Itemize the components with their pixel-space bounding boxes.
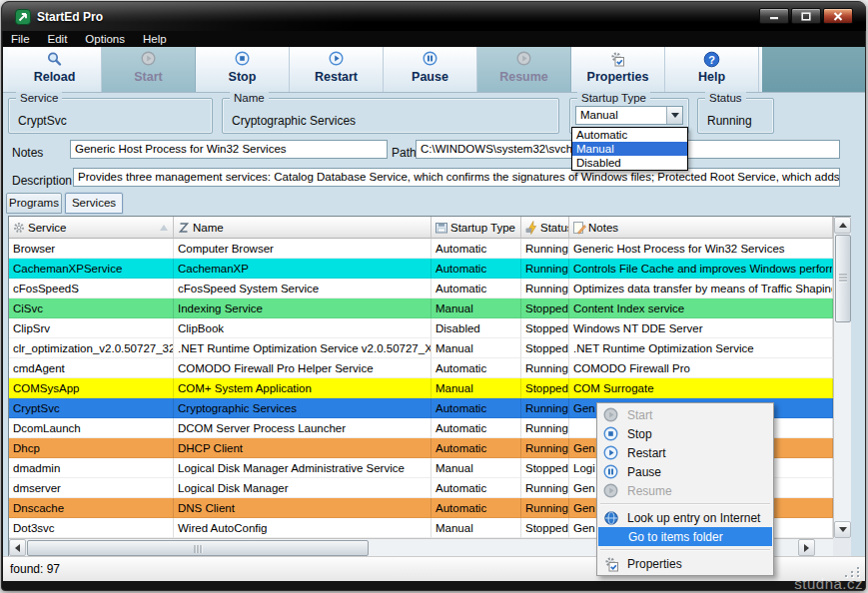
menubar: FileEditOptionsHelp xyxy=(3,31,865,47)
context-menu-item-look-up-entry-on-internet[interactable]: Look up entry on Internet xyxy=(597,508,773,527)
cell-status: Stopped xyxy=(521,298,569,318)
status-value: Running xyxy=(707,114,752,128)
toolbar-button-restart[interactable]: Restart xyxy=(290,47,384,92)
context-menu-item-resume: Resume xyxy=(597,481,773,500)
toolbar-button-label: Reload xyxy=(8,70,101,84)
cell-notes: Generic Host Process for Win32 Services xyxy=(569,239,833,259)
cell-service: Browser xyxy=(9,239,174,259)
table-row-cfosspeeds[interactable]: cFosSpeedScFosSpeed System ServiceAutoma… xyxy=(9,279,833,298)
context-menu-item-stop[interactable]: Stop xyxy=(597,424,773,443)
context-menu-item-go-to-items-folder[interactable]: Go to items folder xyxy=(598,527,772,546)
menu-file[interactable]: File xyxy=(3,31,39,47)
description-field[interactable]: Provides three management services: Cata… xyxy=(73,168,840,187)
context-menu-item-start: Start xyxy=(597,405,773,424)
close-button[interactable] xyxy=(823,8,853,24)
startup-type-combobox[interactable]: Manual xyxy=(575,106,683,125)
context-menu-item-label: Go to items folder xyxy=(628,530,723,544)
maximize-button[interactable] xyxy=(791,8,821,24)
reload-icon xyxy=(46,51,63,68)
cell-status: Running xyxy=(521,239,569,259)
context-menu-item-label: Start xyxy=(627,408,652,422)
column-header-label: Name xyxy=(193,222,224,234)
arrow-right-icon xyxy=(804,544,809,552)
cell-status: Running xyxy=(521,259,569,279)
minimize-button[interactable] xyxy=(759,8,789,24)
toolbar-button-start: Start xyxy=(102,47,196,92)
tab-programs[interactable]: Programs xyxy=(6,193,62,214)
scroll-up-button[interactable] xyxy=(834,217,851,234)
scroll-right-button[interactable] xyxy=(798,539,815,556)
column-header-service[interactable]: Service xyxy=(9,217,174,239)
cell-startup-type: Automatic xyxy=(432,358,521,378)
cell-service: Dnscache xyxy=(9,498,174,518)
name-groupbox: Name Cryptographic Services xyxy=(222,98,559,134)
toolbar-button-help[interactable]: ? Help xyxy=(665,47,759,92)
arrow-up-icon xyxy=(839,223,847,228)
cell-name: DHCP Client xyxy=(174,438,432,458)
notes-field[interactable]: Generic Host Process for Win32 Services xyxy=(70,140,388,159)
cell-notes: COM Surrogate xyxy=(569,378,833,398)
sort-ascending-icon xyxy=(160,225,168,231)
scroll-left-button[interactable] xyxy=(9,539,26,556)
column-header-label: Status xyxy=(540,222,569,234)
table-row-clr-optimization-v2-0-50727-32[interactable]: clr_optimization_v2.0.50727_32.NET Runti… xyxy=(9,338,833,358)
menu-separator xyxy=(600,549,770,551)
cell-service: cmdAgent xyxy=(9,358,174,378)
toolbar-button-pause[interactable]: Pause xyxy=(384,47,477,92)
context-menu-item-label: Look up entry on Internet xyxy=(627,511,760,525)
cell-notes: Content Index service xyxy=(569,298,833,318)
cell-status: Running xyxy=(521,358,569,378)
status-found-count: found: 97 xyxy=(10,562,60,576)
column-header-status[interactable]: Status xyxy=(521,217,569,239)
cell-status: Running xyxy=(521,478,569,498)
column-header-startup-type[interactable]: Startup Type xyxy=(432,217,521,239)
vertical-scrollbar[interactable] xyxy=(833,217,851,538)
tab-services[interactable]: Services xyxy=(65,193,123,214)
context-menu-item-pause[interactable]: Pause xyxy=(597,462,773,481)
menu-edit[interactable]: Edit xyxy=(39,31,77,47)
status-groupbox: Status Running xyxy=(697,98,774,134)
startup-type-dropdown-list: AutomaticManualDisabled xyxy=(571,127,688,171)
cell-startup-type: Automatic xyxy=(432,279,521,298)
name-value: Cryptographic Services xyxy=(232,114,356,128)
table-row-comsysapp[interactable]: COMSysAppCOM+ System ApplicationManualSt… xyxy=(9,378,833,398)
cell-status: Running xyxy=(521,279,569,298)
plug-bolt-icon xyxy=(524,221,538,235)
horizontal-scroll-thumb[interactable] xyxy=(27,540,369,556)
cell-name: DCOM Server Process Launcher xyxy=(174,418,432,438)
table-row-browser[interactable]: BrowserComputer BrowserAutomaticRunningG… xyxy=(9,239,833,259)
toolbar-button-reload[interactable]: Reload xyxy=(8,47,102,92)
toolbar-button-properties[interactable]: Properties xyxy=(571,47,665,92)
column-header-name[interactable]: Name xyxy=(174,217,432,239)
cell-startup-type: Automatic xyxy=(432,239,521,259)
context-menu-item-label: Resume xyxy=(627,484,672,498)
cell-status: Running xyxy=(521,498,569,518)
toolbar-button-stop[interactable]: Stop xyxy=(196,47,290,92)
scrollbar-corner xyxy=(833,538,851,556)
dropdown-option-disabled[interactable]: Disabled xyxy=(572,156,687,170)
table-row-cachemanxpservice[interactable]: CachemanXPServiceCachemanXPAutomaticRunn… xyxy=(9,259,833,279)
dropdown-option-automatic[interactable]: Automatic xyxy=(572,128,687,142)
menu-options[interactable]: Options xyxy=(76,31,134,47)
combobox-dropdown-button[interactable] xyxy=(666,107,682,124)
sort-letter-icon xyxy=(177,221,191,235)
context-menu-item-properties[interactable]: Properties xyxy=(597,554,773,573)
watermark: studna.cz xyxy=(794,575,863,592)
table-row-cmdagent[interactable]: cmdAgentCOMODO Firewall Pro Helper Servi… xyxy=(9,358,833,378)
help-icon: ? xyxy=(703,51,720,68)
context-menu-item-restart[interactable]: Restart xyxy=(597,443,773,462)
menu-help[interactable]: Help xyxy=(134,31,176,47)
form-panel: Service CryptSvc Name Cryptographic Serv… xyxy=(3,93,865,193)
table-row-clipsrv[interactable]: ClipSrvClipBookDisabledStoppedWindows NT… xyxy=(9,318,833,338)
column-header-notes[interactable]: Notes xyxy=(569,217,833,239)
column-header-label: Notes xyxy=(588,222,618,234)
cell-status: Running xyxy=(521,438,569,458)
titlebar: StartEd Pro xyxy=(2,2,866,31)
vertical-scroll-thumb[interactable] xyxy=(835,235,851,322)
toolbar-button-label: Start xyxy=(102,70,195,84)
dropdown-option-manual[interactable]: Manual xyxy=(572,142,687,156)
cell-startup-type: Manual xyxy=(432,458,521,478)
cell-service: Dhcp xyxy=(9,438,174,458)
scroll-down-button[interactable] xyxy=(834,521,851,538)
table-row-cisvc[interactable]: CiSvcIndexing ServiceManualStoppedConten… xyxy=(9,298,833,318)
